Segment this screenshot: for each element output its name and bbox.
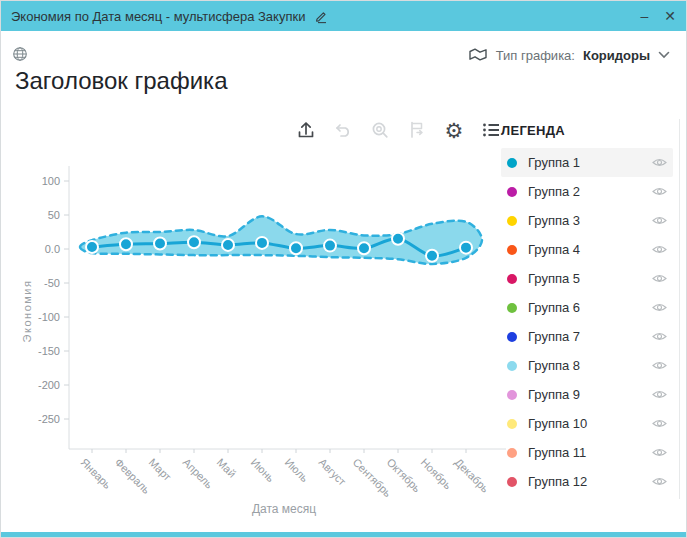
y-tick-label: 50	[48, 209, 60, 221]
edit-title-icon[interactable]	[313, 9, 328, 24]
corridor-band	[80, 216, 482, 264]
x-tick-label: Январь	[79, 456, 114, 491]
eye-icon[interactable]	[652, 447, 667, 458]
undo-icon	[332, 119, 354, 141]
legend-item-label: Группа 10	[528, 416, 652, 431]
legend-item-label: Группа 4	[528, 242, 652, 257]
chart-type-label: Тип графика:	[496, 48, 575, 63]
legend-item-label: Группа 12	[528, 474, 652, 489]
x-tick-label: Июль	[283, 456, 312, 485]
window-title: Экономия по Дата месяц - мультисфера Зак…	[11, 9, 305, 24]
magnifier-icon	[369, 119, 391, 141]
y-tick-label: -100	[38, 311, 60, 323]
y-tick-label: 0.0	[45, 243, 60, 255]
eye-icon[interactable]	[652, 157, 667, 168]
legend-item-label: Группа 2	[528, 184, 652, 199]
window-bottom-border	[1, 532, 686, 537]
gear-icon: ⚙	[445, 120, 464, 141]
data-point[interactable]	[154, 238, 166, 250]
eye-icon[interactable]	[652, 331, 667, 342]
data-point[interactable]	[358, 242, 370, 254]
legend-item-label: Группа 5	[528, 271, 652, 286]
data-point[interactable]	[120, 238, 132, 250]
legend-item-label: Группа 9	[528, 387, 652, 402]
undo-button[interactable]	[330, 117, 356, 143]
x-axis-title: Дата месяц	[252, 502, 316, 516]
x-tick-label: Ноябрь	[419, 456, 455, 492]
pencil-icon	[313, 9, 328, 24]
minimize-button[interactable]: –	[640, 9, 648, 23]
settings-button[interactable]: ⚙	[441, 117, 467, 143]
chart-type-value: Коридоры	[583, 48, 650, 63]
y-tick-label: -200	[38, 379, 60, 391]
x-tick-label: Август	[317, 456, 349, 488]
corridor-ribbon-icon	[468, 47, 488, 63]
window-titlebar: Экономия по Дата месяц - мультисфера Зак…	[1, 1, 686, 31]
data-point[interactable]	[392, 233, 404, 245]
legend-item-label: Группа 3	[528, 213, 652, 228]
legend-title: ЛЕГЕНДА	[501, 123, 673, 138]
eye-icon[interactable]	[652, 302, 667, 313]
eye-icon[interactable]	[652, 244, 667, 255]
eye-icon[interactable]	[652, 273, 667, 284]
data-point[interactable]	[460, 242, 472, 254]
x-tick-label: Февраль	[113, 456, 153, 496]
zoom-button[interactable]	[367, 117, 393, 143]
legend-item-label: Группа 11	[528, 445, 652, 460]
eye-icon[interactable]	[652, 476, 667, 487]
eye-icon[interactable]	[652, 215, 667, 226]
legend-item-label: Группа 8	[528, 358, 652, 373]
x-tick-label: Май	[215, 456, 239, 480]
eye-icon[interactable]	[652, 186, 667, 197]
legend-item-label: Группа 6	[528, 300, 652, 315]
data-point[interactable]	[188, 236, 200, 248]
close-button[interactable]: ✕	[664, 9, 676, 23]
y-tick-label: -150	[38, 345, 60, 357]
x-tick-label: Март	[147, 456, 174, 483]
data-point[interactable]	[222, 239, 234, 251]
upload-icon	[295, 119, 317, 141]
page-title: Заголовок графика	[15, 67, 227, 95]
x-tick-label: Апрель	[181, 456, 216, 491]
chart-window: Экономия по Дата месяц - мультисфера Зак…	[0, 0, 687, 538]
flag-icon	[406, 119, 428, 141]
data-point[interactable]	[290, 242, 302, 254]
data-point[interactable]	[324, 240, 336, 252]
flag-button[interactable]	[404, 117, 430, 143]
eye-icon[interactable]	[652, 360, 667, 371]
eye-icon[interactable]	[652, 389, 667, 400]
legend-item-label: Группа 7	[528, 329, 652, 344]
y-tick-label: -250	[38, 413, 60, 425]
chart-type-selector[interactable]: Тип графика: Коридоры	[468, 47, 670, 63]
x-tick-label: Декабрь	[453, 456, 492, 495]
data-point[interactable]	[426, 250, 438, 262]
legend-item-label: Группа 1	[528, 155, 652, 170]
legend-scrollbar-track[interactable]	[679, 119, 680, 499]
y-tick-label: 100	[42, 175, 60, 187]
chart-canvas: 100500.0-50-100-150-200-250ЯнварьФевраль…	[1, 151, 531, 534]
y-tick-label: -50	[44, 277, 60, 289]
data-point[interactable]	[86, 241, 98, 253]
chevron-down-icon	[658, 51, 670, 59]
multisphere-globe-icon	[12, 46, 28, 66]
list-icon	[480, 119, 502, 141]
x-tick-label: Июнь	[249, 456, 277, 484]
export-button[interactable]	[293, 117, 319, 143]
chart-toolbar: ⚙	[293, 117, 504, 143]
data-point[interactable]	[256, 237, 268, 249]
eye-icon[interactable]	[652, 418, 667, 429]
y-axis-title: Экономия	[21, 280, 33, 343]
